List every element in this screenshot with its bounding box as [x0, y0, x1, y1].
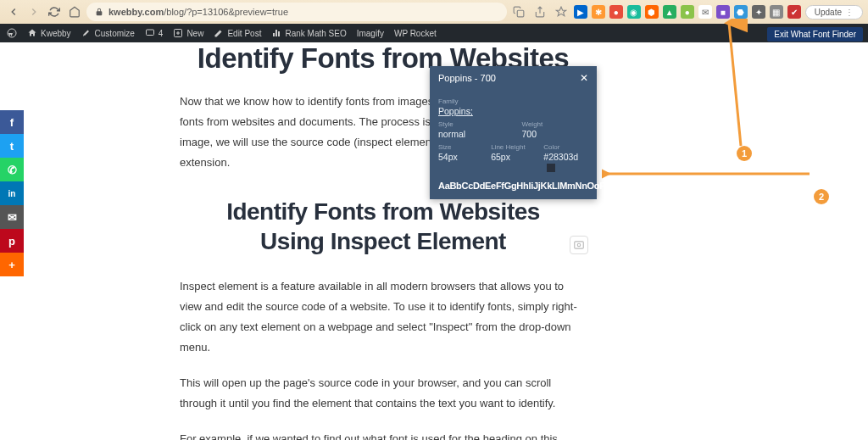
address-bar[interactable]: kwebby.com/blog/?p=13106&preview=true [86, 3, 507, 21]
color-swatch [547, 164, 555, 172]
extension-icon-4[interactable]: ⬢ [645, 5, 659, 19]
toolbar-icons-group: ▶✱●◉⬢▲●✉■⬣✦▦✔ Update ⋮ [510, 3, 863, 20]
wp-logo[interactable] [7, 28, 17, 38]
label-family: Family [438, 97, 588, 105]
value-family: Poppins; [438, 106, 588, 116]
brush-icon [81, 28, 92, 38]
screenshot-tool-icon[interactable] [570, 236, 588, 254]
social-linkedin-button[interactable]: in [0, 181, 24, 205]
bookmark-icon[interactable] [553, 3, 570, 20]
social-more-button[interactable]: + [0, 253, 24, 276]
wp-wprocket[interactable]: WP Rocket [394, 29, 437, 38]
extension-icon-2[interactable]: ● [609, 5, 623, 19]
wp-admin-bar: Kwebby Customize 4 New Edit Post Rank Ma… [0, 24, 868, 42]
wp-customize[interactable]: Customize [81, 28, 135, 38]
chart-icon [271, 28, 281, 38]
wp-site-name[interactable]: Kwebby [27, 28, 71, 38]
social-pinterest-button[interactable]: p [0, 229, 24, 253]
annotation-badge-1: 1 [737, 146, 752, 161]
value-lineheight: 65px [491, 152, 526, 162]
social-email-button[interactable]: ✉ [0, 205, 24, 229]
label-color: Color [543, 143, 588, 151]
value-style: normal [438, 129, 505, 139]
extension-icon-7[interactable]: ✉ [698, 5, 712, 19]
heading-inspect-element: Identify Fonts from Websites Using Inspe… [180, 197, 587, 256]
exit-font-finder-button[interactable]: Exit What Font Finder [767, 27, 863, 42]
wp-rankmath[interactable]: Rank Math SEO [271, 28, 346, 38]
extension-icon-1[interactable]: ✱ [592, 5, 605, 19]
wp-new[interactable]: New [173, 28, 203, 38]
url-domain: kwebby.com [108, 7, 164, 17]
update-button[interactable]: Update ⋮ [805, 5, 863, 19]
browser-toolbar: kwebby.com/blog/?p=13106&preview=true ▶✱… [0, 0, 868, 24]
font-popup-header: Poppins - 700 ✕ [430, 66, 597, 90]
font-finder-popup: Poppins - 700 ✕ Family Poppins; Style no… [430, 66, 597, 199]
value-color: #28303d [543, 152, 588, 172]
paragraph-inspect-2: This will open up the page's source code… [180, 373, 587, 414]
back-button[interactable] [5, 3, 22, 20]
extension-icon-0[interactable]: ▶ [574, 5, 587, 19]
font-sample-text: AaBbCcDdEeFfGgHhIiJjKkLlMmNnOoP [438, 181, 588, 191]
extension-icon-11[interactable]: ▦ [770, 5, 783, 19]
annotation-badge-2: 2 [814, 189, 829, 204]
label-size: Size [438, 143, 474, 151]
font-popup-title: Poppins - 700 [438, 73, 496, 83]
label-weight: Weight [522, 120, 589, 128]
social-whatsapp-button[interactable]: ✆ [0, 158, 24, 181]
annotation-arrow-2 [602, 165, 814, 182]
label-style: Style [438, 120, 505, 128]
plus-icon [173, 28, 183, 38]
svg-rect-2 [146, 30, 153, 36]
extension-icon-10[interactable]: ✦ [752, 5, 765, 19]
paragraph-inspect-1: Inspect element is a feature available i… [180, 276, 587, 358]
label-lineheight: Line Height [491, 143, 526, 151]
update-label: Update [815, 8, 842, 17]
social-facebook-button[interactable]: f [0, 110, 24, 134]
svg-rect-4 [575, 242, 584, 248]
forward-button[interactable] [25, 3, 42, 20]
close-icon[interactable]: ✕ [580, 72, 588, 84]
home-icon [27, 28, 37, 38]
share-icon[interactable] [510, 3, 527, 20]
lock-icon [95, 8, 103, 16]
wordpress-icon [7, 28, 17, 38]
value-weight: 700 [522, 129, 589, 139]
pencil-icon [214, 28, 224, 38]
export-icon[interactable] [531, 3, 548, 20]
menu-dots-icon: ⋮ [845, 8, 854, 17]
paragraph-inspect-3: For example, if we wanted to find out wh… [180, 429, 587, 440]
reload-button[interactable] [46, 3, 63, 20]
wp-imagify[interactable]: Imagify [357, 29, 384, 38]
value-size: 54px [438, 152, 474, 162]
extension-icon-6[interactable]: ● [681, 5, 694, 19]
extension-icon-8[interactable]: ■ [716, 5, 730, 19]
extension-icon-9[interactable]: ⬣ [734, 5, 748, 19]
social-share-sidebar: ft✆in✉p+ [0, 110, 24, 276]
comment-icon [145, 28, 155, 38]
svg-point-5 [577, 243, 581, 247]
url-path: /blog/?p=13106&preview=true [164, 7, 288, 17]
extension-icon-12[interactable]: ✔ [787, 5, 801, 19]
extension-icon-3[interactable]: ◉ [627, 5, 641, 19]
svg-rect-0 [517, 10, 524, 17]
wp-edit-post[interactable]: Edit Post [214, 28, 261, 38]
home-button[interactable] [66, 3, 83, 20]
social-twitter-button[interactable]: t [0, 134, 24, 158]
extension-icon-5[interactable]: ▲ [663, 5, 676, 19]
wp-comments[interactable]: 4 [145, 28, 164, 38]
